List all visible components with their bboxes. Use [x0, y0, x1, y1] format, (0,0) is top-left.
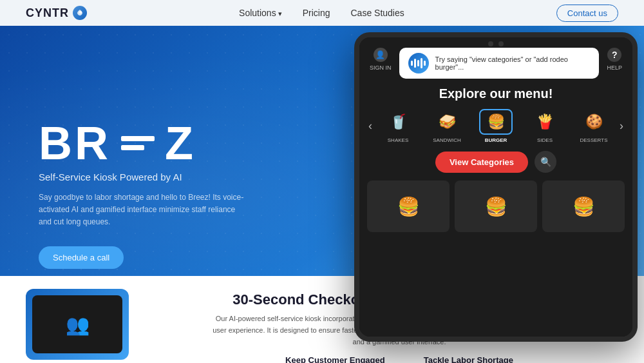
burger-image: 🍔	[479, 109, 513, 135]
signin-icon: 👤	[374, 48, 388, 62]
help-label: HELP	[607, 64, 622, 71]
tablet-mockup: 👤 SIGN IN Tr	[335, 32, 644, 363]
camera-dot-2	[498, 41, 504, 46]
schedule-call-button[interactable]: Schedule a call	[39, 246, 124, 269]
kiosk-menu-title: Explore our menu!	[359, 84, 632, 109]
nav-solutions[interactable]: Solutions	[239, 8, 282, 18]
food-card-1[interactable]: 🍔	[367, 181, 450, 232]
signin-label: SIGN IN	[370, 64, 392, 71]
tablet-camera-row	[488, 41, 504, 46]
wave-2	[414, 59, 416, 68]
nav-pricing[interactable]: Pricing	[303, 8, 330, 18]
logo-text: CYNTR	[26, 6, 69, 20]
shakes-label: SHAKES	[388, 137, 408, 143]
logo-icon	[73, 6, 87, 20]
brand-name: BR Z	[39, 120, 264, 166]
kiosk-help[interactable]: ? HELP	[607, 48, 622, 71]
small-tablet-screen: 👥	[32, 295, 122, 353]
hero-subtitle: Self-Service Kiosk Powered by AI	[39, 172, 264, 182]
kiosk-action-buttons: View Categories 🔍	[359, 143, 632, 181]
menu-item-sides[interactable]: 🍟 SIDES	[523, 109, 567, 143]
desserts-image: 🍪	[577, 109, 611, 135]
brand-right: Z	[165, 120, 196, 166]
menu-items-list: 🥤 SHAKES 🥪 SANDWICH 🍔 BURGER 🍟	[376, 109, 616, 143]
search-button[interactable]: 🔍	[535, 151, 556, 173]
food-card-2[interactable]: 🍔	[455, 181, 537, 232]
wave-4	[421, 58, 422, 68]
help-icon: ?	[607, 48, 621, 62]
wave-1	[411, 61, 413, 66]
nav-case-studies[interactable]: Case Studies	[351, 8, 404, 18]
voice-search-bar[interactable]: Try saying "view categories" or "add rod…	[399, 48, 600, 79]
bottom-tablet-image: 👥	[26, 289, 155, 360]
voice-icon	[408, 53, 429, 74]
camera-dot-1	[488, 41, 493, 46]
wave-5	[424, 61, 426, 66]
menu-item-sandwich[interactable]: 🥪 SANDWICH	[425, 109, 469, 143]
brand-left: BR	[39, 120, 111, 166]
burger-label: BURGER	[485, 137, 507, 143]
menu-items-row: ‹ 🥤 SHAKES 🥪 SANDWICH 🍔 BURGER	[359, 109, 632, 143]
svg-point-0	[79, 11, 82, 14]
food-card-3[interactable]: 🍔	[542, 181, 625, 232]
menu-item-shakes[interactable]: 🥤 SHAKES	[376, 109, 420, 143]
menu-item-burger[interactable]: 🍔 BURGER	[474, 109, 518, 143]
brand-lines-decoration	[121, 136, 155, 150]
hero-description: Say goodbye to labor shortage and hello …	[39, 191, 245, 229]
shakes-image: 🥤	[381, 109, 415, 135]
sides-image: 🍟	[528, 109, 562, 135]
voice-prompt-text: Try saying "view categories" or "add rod…	[435, 55, 591, 71]
small-tablet-device: 👥	[26, 289, 129, 360]
menu-item-desserts[interactable]: 🍪 DESSERTS	[572, 109, 616, 143]
menu-next-arrow[interactable]: ›	[616, 119, 627, 133]
brand-line-1	[121, 136, 155, 141]
tablet-device: 👤 SIGN IN Tr	[354, 32, 638, 342]
brand-line-2	[121, 145, 144, 150]
logo: CYNTR	[26, 6, 87, 20]
navbar: CYNTR Solutions Pricing Case Studies Con…	[0, 0, 644, 26]
tablet-screen: 👤 SIGN IN Tr	[359, 37, 632, 337]
desserts-label: DESSERTS	[580, 137, 608, 143]
menu-prev-arrow[interactable]: ‹	[365, 119, 376, 133]
voice-wave-animation	[411, 58, 426, 68]
sandwich-label: SANDWICH	[433, 137, 461, 143]
hero-content: BR Z Self-Service Kiosk Powered by AI Sa…	[0, 120, 277, 270]
nav-links: Solutions Pricing Case Studies	[239, 8, 404, 18]
sandwich-image: 🥪	[430, 109, 464, 135]
sides-label: SIDES	[537, 137, 553, 143]
contact-button[interactable]: Contact us	[556, 5, 618, 22]
kiosk-signin[interactable]: 👤 SIGN IN	[370, 48, 392, 71]
wave-3	[417, 60, 419, 66]
view-categories-button[interactable]: View Categories	[435, 152, 528, 173]
kiosk-bottom-cards: 🍔 🍔 🍔	[359, 181, 632, 337]
